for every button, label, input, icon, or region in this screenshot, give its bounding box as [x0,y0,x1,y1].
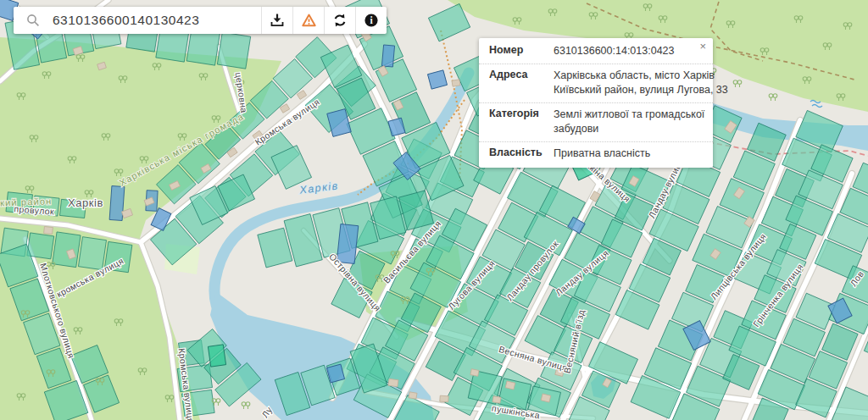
field-label: Власність [489,146,554,162]
parcel [53,232,81,268]
parcel [208,345,225,367]
field-value: Приватна власність [554,146,703,162]
search-input[interactable]: 6310136600140130423 [53,13,261,28]
field-value: Харківська область, місто ХарківКиївськи… [554,69,728,98]
cadastral-map-canvas[interactable]: Кромська вулицяцерковнакромська вулицяКр… [0,0,868,420]
popup-row-category: Категорія Землі житлової та громадськоїз… [479,103,713,142]
search-icon [14,14,53,28]
parcel-info-popup: × Номер 6310136600:14:013:0423 Адреса Ха… [479,38,713,168]
refresh-icon [332,13,348,28]
info-icon: i [364,13,379,28]
parcel-blue [109,186,125,221]
field-label: Адреса [489,69,554,98]
building [388,379,398,386]
close-icon[interactable]: × [699,41,706,52]
popup-row-address: Адреса Харківська область, місто ХарківК… [479,64,713,103]
map-viewer: Кромська вулицяцерковнакромська вулицяКр… [0,0,868,420]
refresh-button[interactable] [324,7,355,34]
search-bar: 6310136600140130423 [14,7,387,34]
building [452,80,460,86]
popup-row-ownership: Власність Приватна власність [479,142,713,166]
warning-button[interactable] [292,7,324,34]
field-label: Категорія [489,108,554,137]
download-button[interactable] [261,7,292,34]
building [44,226,53,234]
parcel-blue [381,45,394,67]
popup-row-number: Номер 6310136600:14:013:0423 [479,40,713,64]
parcel [217,32,250,69]
building [409,392,417,399]
parcel [27,233,54,259]
field-value: Землі житлової та громадськоїзабудови [554,108,704,137]
building [470,369,479,377]
city-label: Харків [68,196,103,209]
field-label: Номер [489,44,554,59]
warning-icon [301,13,317,28]
download-icon [270,13,285,28]
info-button[interactable]: i [355,7,387,34]
field-value: 6310136600:14:013:0423 [554,44,703,59]
building [440,395,448,402]
